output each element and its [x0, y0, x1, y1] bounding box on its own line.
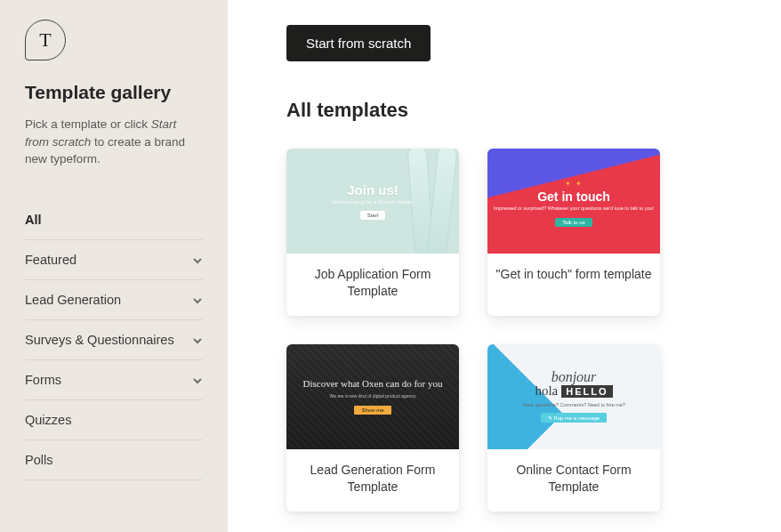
chevron-down-icon	[192, 294, 203, 305]
thumb-headline: Discover what Oxen can do for you	[302, 377, 442, 390]
sidebar-desc-pre: Pick a template or click	[25, 117, 151, 131]
template-card-get-in-touch[interactable]: ✦ ✦ Get in touch Impressed or surprised?…	[487, 149, 660, 316]
template-title: Online Contact Form Template	[487, 449, 660, 512]
main-content: Start from scratch All templates Join us…	[228, 0, 781, 532]
category-list: All Featured Lead Generation Surveys & Q…	[0, 200, 228, 480]
category-all[interactable]: All	[25, 200, 203, 240]
thumb-cta: Show me	[354, 406, 390, 415]
category-label: Forms	[25, 373, 61, 387]
thumb-sub: We are a new kind of digital product age…	[302, 393, 442, 399]
thumb-hello: HELLO	[561, 385, 612, 398]
thumb-sub: Impressed or surprised? Whatever your qu…	[494, 206, 654, 212]
category-forms[interactable]: Forms	[25, 360, 203, 400]
thumb-cta: ✎ Pop me a message	[541, 413, 607, 423]
category-label: Surveys & Questionnaires	[25, 333, 174, 347]
thumb-headline: Join us!	[332, 182, 413, 197]
template-title: Lead Generation Form Template	[286, 449, 459, 512]
category-label: Polls	[25, 453, 52, 467]
category-label: Featured	[25, 253, 76, 267]
thumb-cta: Talk to us	[555, 218, 592, 227]
template-card-job-application[interactable]: Join us! We're looking for a Growth Hack…	[286, 149, 459, 316]
sidebar: T Template gallery Pick a template or cl…	[0, 0, 228, 532]
chevron-down-icon	[192, 375, 203, 385]
thumb-sub: We're looking for a Growth Hacker	[332, 199, 413, 205]
section-title: All templates	[286, 99, 745, 122]
sparkle-icon: ✦ ✦	[494, 180, 654, 188]
category-lead-generation[interactable]: Lead Generation	[25, 280, 203, 320]
template-thumbnail: Discover what Oxen can do for you We are…	[286, 344, 459, 449]
start-from-scratch-button[interactable]: Start from scratch	[286, 25, 431, 61]
category-quizzes[interactable]: Quizzes	[25, 400, 203, 440]
template-title: "Get in touch" form template	[487, 254, 660, 299]
template-grid: Join us! We're looking for a Growth Hack…	[286, 149, 745, 512]
category-label: Quizzes	[25, 413, 71, 427]
sidebar-description: Pick a template or click Start from scra…	[0, 116, 228, 168]
category-label: All	[25, 213, 42, 227]
template-card-contact-form[interactable]: bonjour hola HELLO Have questions? Comme…	[487, 344, 660, 512]
decorative-fingers	[407, 149, 459, 254]
sidebar-title: Template gallery	[0, 82, 228, 103]
template-thumbnail: bonjour hola HELLO Have questions? Comme…	[487, 344, 660, 449]
logo-wrap: T	[0, 20, 228, 82]
thumb-hola: hola	[535, 383, 558, 399]
template-thumbnail: ✦ ✦ Get in touch Impressed or surprised?…	[487, 149, 660, 254]
category-polls[interactable]: Polls	[25, 440, 203, 480]
thumb-sub: Have questions? Comments? Need to hire m…	[522, 402, 625, 407]
category-featured[interactable]: Featured	[25, 240, 203, 280]
thumb-headline: Get in touch	[494, 189, 654, 204]
thumb-cta: Start	[360, 211, 386, 220]
template-card-lead-generation[interactable]: Discover what Oxen can do for you We are…	[286, 344, 459, 512]
category-surveys[interactable]: Surveys & Questionnaires	[25, 320, 203, 360]
template-thumbnail: Join us! We're looking for a Growth Hack…	[286, 149, 459, 254]
template-title: Job Application Form Template	[286, 254, 459, 316]
chevron-down-icon	[192, 335, 203, 345]
chevron-down-icon	[192, 254, 203, 265]
category-label: Lead Generation	[25, 293, 121, 307]
typeform-logo: T	[25, 20, 66, 60]
